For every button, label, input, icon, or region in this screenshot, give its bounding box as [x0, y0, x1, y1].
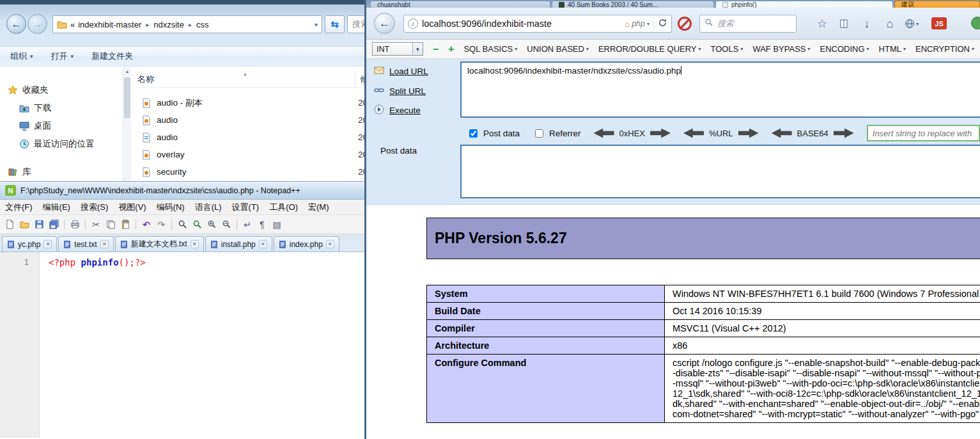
url-bar[interactable]: i localhost:9096/indexhibit-maste ⌂ php …: [403, 15, 672, 33]
nav-pane-scrollbar[interactable]: ▲: [123, 67, 131, 181]
document-map-icon[interactable]: ▤: [270, 218, 283, 231]
browser-search-input[interactable]: 搜索: [699, 15, 797, 33]
file-row[interactable]: audio - 副本 20: [137, 94, 364, 111]
close-icon[interactable]: ×: [191, 240, 199, 248]
editor-tab[interactable]: test.txt ×: [58, 236, 113, 251]
menu-macro[interactable]: 宏(M): [303, 202, 334, 213]
column-header-modified[interactable]: 修改日期: [355, 71, 364, 88]
menu-tools[interactable]: TOOLS▾: [711, 44, 743, 54]
post-data-textarea[interactable]: [460, 145, 980, 198]
hex-encode-control[interactable]: 0xHEX: [594, 129, 671, 138]
arrow-right-icon[interactable]: [834, 129, 854, 138]
breadcrumb-overflow[interactable]: «: [70, 20, 75, 29]
referrer-checkbox[interactable]: Referrer: [533, 127, 581, 140]
load-url-button[interactable]: Load URL: [374, 65, 428, 77]
base64-encode-control[interactable]: BASE64: [772, 129, 854, 138]
menu-encoding[interactable]: ENCODING▾: [820, 44, 869, 54]
new-folder-button[interactable]: 新建文件夹: [91, 51, 133, 62]
menu-tools[interactable]: 工具(O): [264, 202, 303, 213]
nav-item-downloads[interactable]: 下载: [0, 99, 123, 117]
menu-language[interactable]: 语言(L): [190, 202, 227, 213]
arrow-right-icon[interactable]: [650, 129, 671, 138]
editor-tab[interactable]: 新建文本文档.txt ×: [115, 236, 204, 251]
editor-tab[interactable]: yc.php ×: [2, 236, 57, 251]
copy-icon[interactable]: [104, 218, 117, 231]
zoom-in-icon[interactable]: [205, 218, 218, 231]
menu-html[interactable]: HTML▾: [879, 44, 906, 54]
downloads-icon[interactable]: ↓: [859, 16, 875, 31]
globe-proxy-icon[interactable]: ▾: [903, 16, 920, 31]
editor-tab[interactable]: index.php ×: [274, 236, 339, 251]
close-icon[interactable]: ×: [43, 240, 52, 248]
arrow-right-icon[interactable]: [738, 129, 759, 138]
content-block-icon[interactable]: [678, 17, 692, 31]
menu-file[interactable]: 文件(F): [0, 202, 38, 213]
keyword-badge[interactable]: ⌂ php ▾: [625, 19, 649, 29]
site-info-icon[interactable]: i: [408, 19, 418, 29]
back-button[interactable]: ←: [374, 13, 395, 34]
new-file-icon[interactable]: [3, 218, 16, 231]
menu-waf-bypass[interactable]: WAF BYPASS▾: [752, 44, 810, 54]
nav-item-desktop[interactable]: 桌面: [0, 117, 123, 135]
notepadpp-titlebar[interactable]: N F:\phpStudy_new\WWW\indexhibit-master\…: [0, 182, 364, 200]
menu-edit[interactable]: 编辑(E): [38, 202, 75, 213]
browser-tab-active[interactable]: phpinfo(): [715, 1, 893, 8]
editor-tab[interactable]: install.php ×: [205, 236, 272, 251]
scrollbar-up-icon[interactable]: ▲: [123, 67, 131, 76]
nav-item-libraries[interactable]: 库: [0, 163, 123, 181]
close-icon[interactable]: ×: [259, 240, 267, 248]
cut-icon[interactable]: ✂: [89, 218, 102, 231]
increment-icon[interactable]: +: [448, 44, 454, 54]
menu-sql-basics[interactable]: SQL BASICS▾: [463, 44, 517, 54]
url-encode-control[interactable]: %URL: [683, 129, 759, 138]
reload-icon[interactable]: [658, 18, 667, 30]
nav-item-favorites[interactable]: 收藏夹: [0, 81, 123, 99]
url-text[interactable]: localhost:9096/indexhibit-maste: [422, 19, 621, 29]
address-dropdown-icon[interactable]: ▾: [315, 21, 318, 28]
menu-search[interactable]: 搜索(S): [75, 202, 113, 213]
breadcrumb-crumb[interactable]: indexhibit-master: [78, 20, 141, 29]
increment-type-select[interactable]: INT ▾: [372, 42, 423, 56]
menu-encryption[interactable]: ENCRYPTION▾: [915, 44, 974, 54]
breadcrumb-crumb[interactable]: ndxzsite: [153, 20, 184, 29]
replace-icon[interactable]: [191, 218, 203, 231]
menu-settings[interactable]: 设置(T): [227, 202, 265, 213]
file-row[interactable]: audio 20: [137, 129, 364, 146]
file-row[interactable]: security 20: [137, 163, 364, 180]
post-data-checkbox-input[interactable]: [469, 129, 478, 138]
scrollbar-thumb[interactable]: [124, 77, 130, 118]
column-header-name[interactable]: 名称: [137, 74, 154, 85]
referrer-checkbox-input[interactable]: [535, 129, 543, 138]
decrement-icon[interactable]: −: [433, 44, 439, 54]
zoom-out-icon[interactable]: [220, 218, 233, 231]
organize-menu[interactable]: 组织▾: [10, 51, 33, 62]
save-all-icon[interactable]: [47, 218, 60, 231]
nav-item-recent-places[interactable]: 最近访问的位置: [0, 135, 123, 153]
word-wrap-icon[interactable]: ↵: [241, 218, 254, 231]
open-file-icon[interactable]: [18, 218, 31, 231]
file-row[interactable]: audio 20: [137, 111, 364, 129]
save-icon[interactable]: [33, 218, 45, 231]
back-button[interactable]: ←: [6, 14, 26, 34]
arrow-left-icon[interactable]: [683, 129, 704, 138]
redo-icon[interactable]: ↷: [155, 218, 167, 231]
js-toggle-badge[interactable]: JS: [931, 17, 947, 29]
print-icon[interactable]: [68, 218, 81, 231]
forward-button[interactable]: →: [27, 14, 47, 34]
find-icon[interactable]: [176, 218, 189, 231]
menu-union-based[interactable]: UNION BASED▾: [527, 44, 589, 54]
breadcrumb-crumb[interactable]: css: [196, 20, 209, 29]
execute-button[interactable]: Execute: [374, 104, 421, 116]
menu-encoding[interactable]: 编码(N): [152, 202, 190, 213]
browser-tab[interactable]: 建议: [894, 1, 980, 8]
undo-icon[interactable]: ↶: [140, 218, 153, 231]
file-row[interactable]: overlay 20: [137, 146, 364, 163]
bookmark-star-icon[interactable]: ☆: [814, 16, 830, 31]
replace-string-input[interactable]: [867, 125, 980, 141]
partially-visible-addon-icon[interactable]: [971, 17, 980, 29]
open-menu[interactable]: 打开▾: [51, 51, 74, 62]
paste-icon[interactable]: [119, 218, 132, 231]
home-icon[interactable]: ⌂: [882, 16, 898, 31]
refresh-button[interactable]: ⇆: [325, 15, 345, 33]
arrow-left-icon[interactable]: [772, 129, 792, 138]
